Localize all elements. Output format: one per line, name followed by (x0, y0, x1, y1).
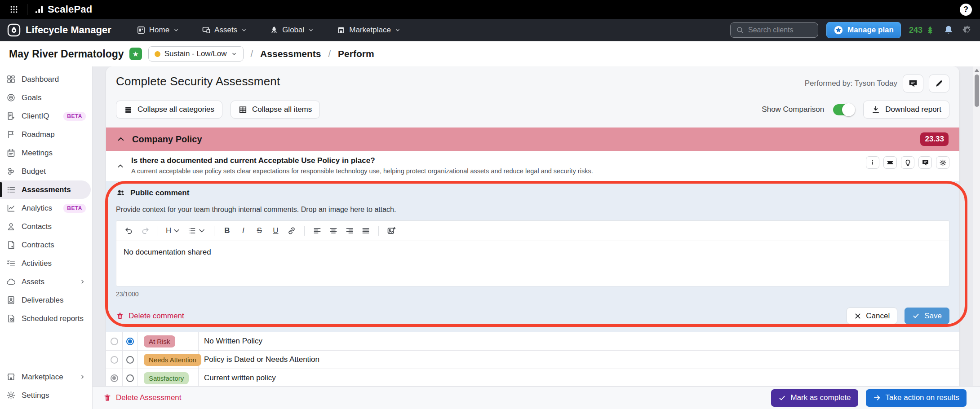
info-button[interactable] (866, 156, 879, 169)
question-settings-button[interactable] (936, 156, 949, 169)
chevron-down-icon (197, 226, 206, 235)
usage-counter[interactable]: 243 (909, 25, 935, 35)
collapse-items-button[interactable]: Collapse all items (231, 101, 320, 119)
sidebar-item-clientiq[interactable]: ClientIQ BETA (0, 107, 92, 125)
comparison-radio[interactable] (111, 356, 118, 364)
sidebar-item-goals[interactable]: Goals (0, 88, 92, 107)
comparison-radio-selected[interactable] (111, 374, 118, 382)
comment-text-input[interactable]: No documentation shared (116, 241, 949, 286)
breadcrumb-separator: / (251, 49, 253, 59)
sidebar-footer: Marketplace Settings (0, 358, 92, 405)
sidebar-item-assets[interactable]: Assets (0, 273, 92, 291)
redo-button[interactable] (138, 224, 152, 237)
sidebar-item-roadmap[interactable]: Roadmap (0, 125, 92, 144)
show-comparison-toggle[interactable] (833, 104, 854, 115)
trash-icon (116, 312, 124, 320)
sidebar-item-scheduled-reports[interactable]: Scheduled reports (0, 309, 92, 328)
nav-item-assets[interactable]: Assets (195, 22, 253, 38)
app-launcher-icon[interactable] (8, 4, 20, 15)
lifecycle-status-dropdown[interactable]: Sustain - Low/Low (148, 46, 244, 62)
scrollbar-thumb[interactable] (975, 75, 979, 107)
sidebar-item-deliverables[interactable]: Deliverables (0, 291, 92, 309)
nav-item-marketplace[interactable]: Marketplace (330, 22, 407, 38)
chevron-up-icon[interactable] (117, 163, 124, 170)
mark-as-complete-button[interactable]: Mark as complete (771, 389, 858, 407)
option-label: Policy is Dated or Needs Attention (204, 355, 319, 364)
align-left-button[interactable] (310, 224, 324, 237)
edit-button[interactable] (929, 75, 949, 92)
vertical-scrollbar[interactable] (973, 66, 980, 386)
scroll-up-arrow-icon[interactable] (975, 69, 979, 72)
comment-button[interactable] (918, 156, 932, 169)
storefront-icon (6, 372, 16, 382)
sidebar-item-contacts[interactable]: Contacts (0, 217, 92, 236)
redo-icon (141, 226, 150, 235)
table-row-satisfactory[interactable]: Satisfactory Current written policy (106, 369, 959, 386)
align-right-button[interactable] (342, 224, 357, 237)
favorite-star-badge[interactable]: ★ (129, 48, 142, 60)
underline-button[interactable]: U (268, 224, 283, 237)
delete-comment-button[interactable]: Delete comment (116, 312, 184, 321)
sidebar-item-contracts[interactable]: Contracts (0, 236, 92, 254)
product-title: Lifecycle Manager (26, 24, 111, 36)
breadcrumb-perform: Perform (338, 48, 374, 59)
status-badge-satisfactory: Satisfactory (144, 372, 189, 384)
tree-icon (925, 25, 935, 35)
settings-gear-icon[interactable] (962, 25, 973, 35)
nav-item-home[interactable]: Home (130, 22, 186, 38)
lightbulb-button[interactable] (901, 156, 914, 169)
help-button[interactable]: ? (960, 4, 972, 16)
justify-button[interactable] (359, 224, 373, 237)
nav-item-global[interactable]: Global (263, 22, 320, 38)
sidebar-item-analytics[interactable]: Analytics BETA (0, 199, 92, 217)
pencil-icon (935, 79, 944, 88)
take-action-on-results-button[interactable]: Take action on results (866, 389, 967, 407)
category-header-company-policy[interactable]: Company Policy 23.33 (106, 128, 959, 151)
sidebar: Dashboard Goals ClientIQ BETA Roadmap Me… (0, 66, 93, 409)
search-input[interactable] (748, 26, 812, 34)
delete-assessment-button[interactable]: Delete Assessment (103, 393, 182, 402)
notifications-bell-icon[interactable] (943, 25, 954, 35)
link-icon (287, 226, 296, 235)
option-radio-selected[interactable] (126, 338, 134, 345)
sidebar-item-meetings[interactable]: Meetings (0, 144, 92, 162)
bullet-list-icon (187, 226, 196, 235)
comments-button[interactable] (903, 75, 923, 92)
breadcrumb-separator: / (328, 49, 331, 59)
list-dropdown[interactable] (185, 224, 208, 237)
insert-image-button[interactable] (384, 224, 399, 237)
building-icon (6, 111, 16, 121)
heading-dropdown[interactable]: H (164, 224, 183, 237)
cloud-icon (6, 277, 16, 286)
gear-icon (6, 391, 16, 400)
table-row-at-risk[interactable]: At Risk No Written Policy (106, 332, 959, 351)
ticket-button[interactable] (883, 156, 897, 169)
option-radio[interactable] (126, 374, 134, 382)
undo-button[interactable] (122, 224, 136, 237)
cancel-button[interactable]: Cancel (847, 308, 897, 324)
download-report-button[interactable]: Download report (863, 101, 949, 119)
sidebar-item-activities[interactable]: Activities (0, 254, 92, 273)
bold-button[interactable]: B (220, 224, 234, 237)
breadcrumb-assessments[interactable]: Assessments (260, 48, 321, 59)
chevron-right-icon (79, 374, 86, 380)
report-document-icon (6, 295, 16, 305)
sidebar-item-settings[interactable]: Settings (0, 386, 92, 405)
save-button[interactable]: Save (905, 308, 949, 324)
sidebar-item-dashboard[interactable]: Dashboard (0, 70, 92, 88)
table-row-needs-attention[interactable]: Needs Attention Policy is Dated or Needs… (106, 351, 959, 369)
link-button[interactable] (284, 224, 299, 237)
sidebar-item-budget[interactable]: Budget (0, 162, 92, 180)
comparison-radio[interactable] (111, 338, 118, 345)
align-center-button[interactable] (326, 224, 341, 237)
option-radio[interactable] (126, 356, 134, 364)
italic-button[interactable]: I (236, 224, 250, 237)
manage-plan-button[interactable]: Manage plan (826, 22, 901, 38)
status-dot-icon (155, 51, 160, 57)
sidebar-item-assessments[interactable]: Assessments (0, 180, 91, 199)
table-icon (239, 106, 247, 114)
sidebar-item-marketplace[interactable]: Marketplace (0, 368, 92, 386)
collapse-categories-button[interactable]: Collapse all categories (116, 101, 222, 119)
toggle-knob (842, 103, 855, 116)
strikethrough-button[interactable]: S (252, 224, 266, 237)
